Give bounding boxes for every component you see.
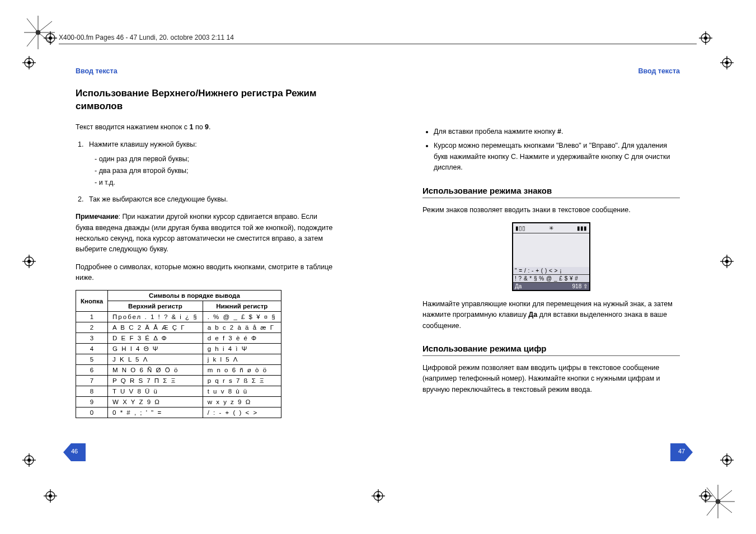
sub-item: - и т.д. [95, 177, 333, 188]
running-header-left: Ввод текста [76, 67, 333, 75]
cell-key: 7 [76, 376, 108, 386]
softkey-right: 918 ⇧ [572, 283, 588, 289]
table-row: 2A B C 2 Ä Å Æ Ç Γa b c 2 à ä å æ Γ [76, 322, 281, 333]
cell-key: 9 [76, 397, 108, 407]
text: . [209, 123, 210, 131]
cell-lower: d e f 3 è é Φ [203, 333, 281, 344]
cell-lower: w x y z 9 Ω [203, 397, 281, 407]
page-number-tab: 47 [670, 443, 693, 461]
softkey-name: Да [528, 311, 537, 318]
cell-key: 5 [76, 354, 108, 365]
section-title: Использование режима знаков [422, 186, 680, 198]
cell-lower: . % @ _ £ $ ¥ ¤ § [203, 312, 281, 322]
cell-key: 6 [76, 365, 108, 376]
section-title: Использование Верхнего/Нижнего регистра … [76, 87, 333, 113]
bullet-list: Для вставки пробела нажмите кнопку #. Ку… [434, 127, 680, 174]
table-row: 7P Q R S 7 Π Σ Ξp q r s 7 ß Σ Ξ [76, 376, 281, 386]
table-intro: Подробнее о символах, которые можно ввод… [76, 262, 333, 284]
text: Для вставки пробела нажмите кнопку [434, 128, 557, 135]
page-right: Ввод текста Для вставки пробела нажмите … [378, 56, 725, 461]
cell-key: 4 [76, 344, 108, 354]
battery-icon: ▮▮▮ [577, 225, 587, 231]
body-text: Цифровой режим позволяет вам вводить циф… [422, 363, 680, 395]
table-row: 00 * # , ; ' " =/ : - + ( ) < > [76, 407, 281, 418]
cell-lower: j k l 5 Λ [203, 354, 281, 365]
running-header-right: Ввод текста [422, 67, 680, 75]
page-left: Ввод текста Использование Верхнего/Нижне… [31, 56, 378, 461]
svg-line-2 [38, 21, 52, 32]
symbol-row: ! ? & * § % @ _ £ $ ¥ # [513, 275, 589, 283]
page-number-tab: 46 [63, 443, 86, 461]
page-spread: Ввод текста Использование Верхнего/Нижне… [31, 56, 725, 461]
text: по [193, 123, 205, 131]
svg-point-61 [377, 494, 380, 498]
cell-lower: / : - + ( ) < > [203, 407, 281, 418]
svg-line-11 [718, 490, 732, 502]
cell-upper: P Q R S 7 Π Σ Ξ [108, 376, 203, 386]
cell-upper: W X Y Z 9 Ω [108, 397, 203, 407]
page-number: 47 [670, 448, 693, 455]
th-upper: Верхний регистр [108, 301, 203, 312]
step-sub: - один раз для первой буквы; - два раза … [95, 154, 333, 189]
svg-point-33 [725, 61, 729, 64]
registration-mark-icon [699, 31, 712, 45]
cell-key: 1 [76, 312, 108, 322]
svg-point-41 [725, 260, 729, 263]
registration-mark-icon [44, 31, 57, 45]
svg-point-53 [49, 494, 52, 498]
section-title: Использование режима цифр [422, 344, 680, 356]
char-table: Кнопка Символы в порядке вывода Верхний … [76, 290, 281, 418]
phone-screen-figure: ▮▯▯ ✳ ▮▮▮ " = / : - + ( ) < > ¡ ! ? & * … [512, 222, 590, 291]
cell-lower: t u v 8 ù ü [203, 386, 281, 397]
svg-line-6 [27, 18, 38, 32]
intro-text: Текст вводится нажатием кнопок с 1 по 9. [76, 122, 333, 133]
text: Текст вводится нажатием кнопок с [76, 123, 189, 131]
svg-line-12 [718, 502, 732, 513]
table-row: 1Пробел . 1 ! ? & i ¿ §. % @ _ £ $ ¥ ¤ § [76, 312, 281, 322]
body-text: Нажимайте управляющие кнопки для перемещ… [422, 299, 680, 331]
cell-upper: G H I 4 Θ Ψ [108, 344, 203, 354]
cell-key: 2 [76, 322, 108, 333]
svg-point-25 [704, 36, 707, 40]
hash-key-icon: # [557, 128, 561, 135]
cell-upper: 0 * # , ; ' " = [108, 407, 203, 418]
softkey-bar: Да 918 ⇧ [513, 283, 589, 290]
cell-lower: p q r s 7 ß Σ Ξ [203, 376, 281, 386]
steps-list: Нажмите клавишу нужной буквы: - один раз… [86, 139, 333, 205]
framemaker-header: X400-00.fm Pages 46 - 47 Lundi, 20. octo… [59, 34, 234, 41]
note-label: Примечание [76, 213, 119, 221]
cell-upper: T U V 8 Ü ü [108, 386, 203, 397]
step-2: Так же выбираются все следующие буквы. [86, 194, 333, 205]
th-symbols: Символы в порядке вывода [108, 291, 281, 301]
key-9: 9 [205, 123, 209, 131]
list-item: Курсор можно перемещать кнопками "Влево"… [434, 140, 680, 173]
softkey-left: Да [515, 283, 522, 289]
cell-key: 0 [76, 407, 108, 418]
sub-item: - один раз для первой буквы; [95, 154, 333, 165]
cell-upper: D E F 3 É Δ Φ [108, 333, 203, 344]
cell-lower: g h i 4 ì Ψ [203, 344, 281, 354]
status-icon: ✳ [549, 225, 553, 231]
signal-icon: ▮▯▯ [515, 225, 525, 231]
th-lower: Нижний регистр [203, 301, 281, 312]
cell-upper: A B C 2 Ä Å Æ Ç Γ [108, 322, 203, 333]
svg-point-21 [49, 36, 52, 40]
registration-mark-icon [372, 489, 385, 503]
registration-mark-icon [699, 489, 712, 503]
th-key: Кнопка [76, 291, 108, 312]
table-row: 9W X Y Z 9 Ωw x y z 9 Ω [76, 397, 281, 407]
svg-point-57 [704, 494, 707, 498]
step-1: Нажмите клавишу нужной буквы: - один раз… [86, 139, 333, 189]
cell-key: 3 [76, 333, 108, 344]
cell-upper: Пробел . 1 ! ? & i ¿ § [108, 312, 203, 322]
phone-status-bar: ▮▯▯ ✳ ▮▮▮ [513, 223, 589, 233]
text: . [561, 128, 563, 135]
table-row: 8T U V 8 Ü üt u v 8 ù ü [76, 386, 281, 397]
table-row: 5J K L 5 Λj k l 5 Λ [76, 354, 281, 365]
cell-upper: J K L 5 Λ [108, 354, 203, 365]
table-row: 6M N O 6 Ñ Ø Ö öm n o 6 ñ ø ò ö [76, 365, 281, 376]
table-row: 4G H I 4 Θ Ψg h i 4 ì Ψ [76, 344, 281, 354]
page-number: 46 [63, 448, 86, 455]
registration-mark-icon [44, 489, 57, 503]
svg-line-8 [27, 32, 38, 46]
